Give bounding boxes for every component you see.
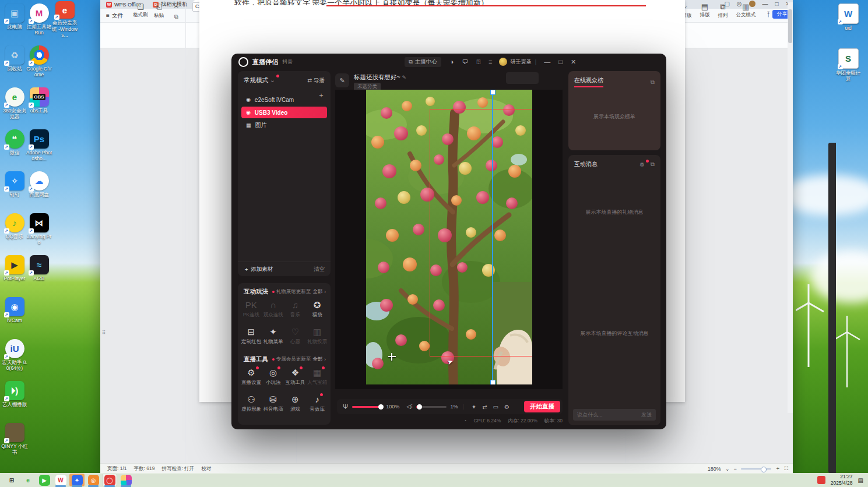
icon-qq-music[interactable]: ♪QQ音乐 (1, 213, 28, 250)
tool-music[interactable]: ♫音乐 (284, 296, 307, 323)
drag-handle-icon[interactable]: ⠿ (102, 330, 107, 336)
taskbar-360-browser[interactable]: e (20, 474, 36, 486)
mic-slider-knob[interactable] (378, 404, 384, 410)
icon-wechat[interactable]: ❝微信 (1, 129, 28, 166)
chevron-down-icon[interactable]: ⌄ (725, 466, 730, 472)
zoom-level[interactable]: 180% (708, 466, 721, 472)
taskbar-live-companion[interactable]: ✦ (69, 474, 85, 486)
icon-aizb[interactable]: ≈AIZB (26, 255, 52, 292)
tool-audience-link[interactable]: ∩观众连线 (262, 296, 284, 323)
source-usb3-video[interactable]: ◉USB3 Video (241, 107, 327, 118)
tool-interact-tools[interactable]: ❖互动工具 (284, 364, 307, 390)
paste-button[interactable]: ⎗粘贴 (154, 2, 164, 19)
icon-recycle-bin[interactable]: ♻回收站 (1, 45, 28, 82)
tool-red-packet[interactable]: ⊟定制红包 (240, 323, 262, 350)
icon-qinyy-note[interactable]: QINYY 小红书 (1, 423, 28, 460)
icon-baidu-netdisk[interactable]: ☁百度网盘 (26, 171, 52, 208)
spellcheck-status[interactable]: 拼写检查: 打开 (161, 465, 194, 472)
format-painter-button[interactable]: ❏格式刷 (133, 2, 148, 19)
icon-excel-sheet[interactable]: S华团全额计算 (835, 48, 862, 85)
tray-sogou-input-icon[interactable] (817, 476, 825, 484)
mode-select[interactable]: 常规模式 ⌄ (244, 76, 275, 84)
proofread-button[interactable]: 校对 (201, 465, 211, 472)
messages-settings-icon[interactable]: ⚙ (639, 161, 645, 168)
source-ivcam[interactable]: ◉e2eSoft iVCam (241, 94, 327, 105)
icon-member-distribution[interactable]: e会员分发系统 -Windows... (51, 1, 78, 38)
director-button[interactable]: ⇄ 导播 (307, 77, 325, 84)
blue-layer-divider[interactable] (492, 90, 493, 384)
selection-handle[interactable] (490, 380, 496, 384)
zoom-in-button[interactable]: ＋ (775, 465, 781, 472)
start-button[interactable]: ⊞ (4, 474, 19, 486)
tool-sound-library[interactable]: ♪音效库 (306, 390, 328, 417)
file-menu-button[interactable]: ≡文件 (100, 12, 129, 20)
source-image[interactable]: ▦图片 (241, 119, 327, 131)
popout-icon[interactable]: ⧉ (651, 79, 655, 86)
taskbar-wps[interactable]: W (53, 474, 68, 486)
chat-input[interactable]: 说点什么... 发送 (573, 409, 656, 421)
tool-virtual-avatar[interactable]: ⚇虚拟形象 (240, 390, 262, 417)
tool-pk-link[interactable]: PKPK连线 (240, 296, 262, 323)
icon-this-pc[interactable]: ▣此电脑 (1, 3, 28, 40)
tool-gift-vote[interactable]: ▥礼物投票 (306, 323, 328, 350)
tool-popularity-chest[interactable]: ▦人气宝箱 (306, 364, 328, 390)
cloud-upload-icon[interactable]: ⭱ (765, 10, 772, 17)
cut-copy-icons[interactable]: ✂⧉ (174, 3, 178, 20)
layout-button[interactable]: ▤排版 (700, 2, 709, 19)
microphone-icon[interactable]: Ψ (343, 403, 348, 410)
clear-button[interactable]: 清空 (314, 266, 325, 273)
tool-lucky-bag[interactable]: ✪福袋 (306, 296, 328, 323)
selection-handle[interactable] (490, 90, 496, 95)
tool-douyin-ecommerce[interactable]: ⛁抖音电商 (262, 390, 284, 417)
tool-gift-menu[interactable]: ✦礼物菜单 (262, 323, 284, 350)
tool-mini-play[interactable]: ◎小玩法 (262, 364, 284, 390)
add-scene-button[interactable]: ＋ (318, 90, 325, 100)
beauty-icon[interactable]: ✦ (472, 404, 476, 410)
send-button[interactable]: 发送 (641, 411, 652, 419)
taskbar-obs-tool[interactable] (118, 474, 133, 486)
add-material-button[interactable]: ＋ 添加素材 (244, 266, 273, 273)
icon-uid-doc[interactable]: Wuid (835, 3, 862, 40)
live-close-button[interactable]: ✕ (567, 58, 580, 66)
fit-page-button[interactable]: ⛶ (785, 465, 788, 472)
tool-wish[interactable]: ♡心愿 (284, 323, 307, 350)
edit-pencil-icon[interactable]: ✎ (402, 75, 407, 80)
preview-canvas[interactable]: ➤ (335, 90, 563, 389)
settings-gear-icon[interactable]: ⚙ (504, 404, 509, 410)
tool-live-settings[interactable]: ⚙直播设置 (240, 364, 262, 390)
edit-title-icon[interactable]: ✎ (335, 73, 349, 87)
zoom-out-button[interactable]: − (733, 466, 736, 472)
popout-icon[interactable]: ⧉ (651, 161, 655, 168)
icon-green-broadcast[interactable]: ⏵)艺人棚播版 (1, 381, 28, 418)
tool-games[interactable]: ⊕游戏 (284, 390, 307, 417)
arrange-button[interactable]: ⧉排列 (718, 2, 728, 19)
taskbar-camera-app[interactable]: ◎ (86, 474, 101, 486)
speaker-volume-slider[interactable] (416, 406, 447, 408)
zoom-slider[interactable] (741, 468, 771, 470)
taskbar-green-app[interactable]: ▶ (37, 474, 52, 486)
start-live-button[interactable]: 开始直播 (524, 401, 560, 412)
action-center-icon[interactable]: ▤ (858, 477, 863, 484)
camera-video-frame[interactable]: ➤ (366, 90, 532, 384)
icon-chrome[interactable]: Google Chrome (26, 45, 52, 82)
icon-360-browser[interactable]: e360安全浏览器 (1, 87, 28, 124)
icon-hongtian-assistant[interactable]: iU宏天助手 8.0(64位) (1, 339, 28, 376)
icon-ivcam[interactable]: ◉iVCam (1, 297, 28, 334)
icon-jianghu-toolbox[interactable]: M江湖工具箱 Run (26, 3, 52, 40)
speaker-icon[interactable]: ◁⫶ (406, 403, 412, 410)
icon-potplayer[interactable]: ▶PotPlayer (1, 255, 28, 292)
icon-obs-tool[interactable]: OBSobs工具 (26, 87, 52, 124)
vertical-scrollbar[interactable] (788, 48, 793, 413)
taskbar-recorder-app[interactable]: ◯ (102, 474, 117, 486)
flip-camera-icon[interactable]: ⇄ (482, 404, 487, 410)
camera-icon[interactable]: ▭ (493, 404, 498, 410)
word-count[interactable]: 字数: 619 (134, 465, 155, 472)
speaker-slider-knob[interactable] (417, 404, 422, 410)
icon-photoshop[interactable]: PsAdobe Photosho... (26, 129, 52, 166)
icon-jianying[interactable]: ⋈Jianying Pro (26, 213, 52, 250)
official-doc-mode-button[interactable]: ▥公文模式 (736, 2, 755, 19)
stream-title[interactable]: 标题还没有想好~ ✎ (354, 73, 406, 82)
window-minimize-button[interactable]: — (762, 1, 768, 7)
icon-dingtalk[interactable]: ✧钉钉 (1, 171, 28, 208)
window-maximize-button[interactable]: □ (775, 1, 779, 7)
